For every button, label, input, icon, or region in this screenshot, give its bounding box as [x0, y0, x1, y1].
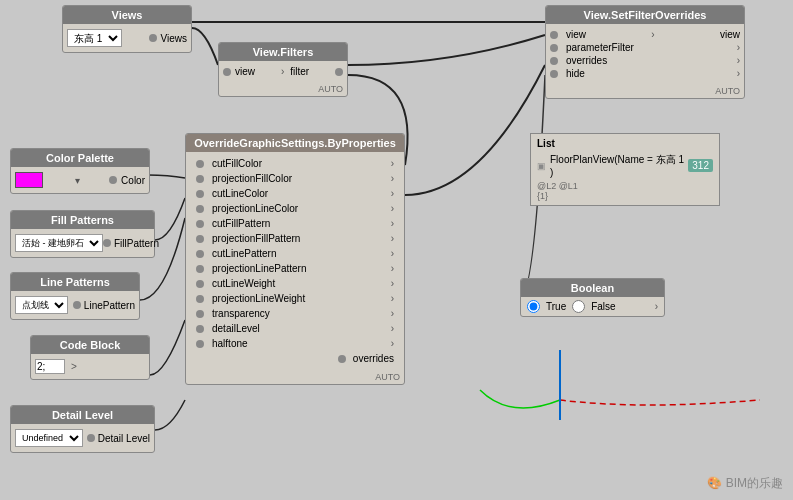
viewfilters-arrow: › [281, 66, 284, 77]
setfilter-hide-port [550, 70, 558, 78]
viewfilters-node: View.Filters view › filter AUTO [218, 42, 348, 97]
linepatterns-dropdown[interactable]: 点划线 [15, 296, 68, 314]
setfilter-hide-label: hide [566, 68, 585, 79]
fillpatterns-label: FillPattern [114, 238, 159, 249]
boolean-header: Boolean [521, 279, 664, 297]
boolean-false-radio[interactable] [572, 300, 585, 313]
list-index2: {1} [537, 191, 713, 201]
views-header: Views [63, 6, 191, 24]
override-row-projfillcolor: projectionFillColor › [190, 171, 400, 186]
override-row-detaillevel: detailLevel › [190, 321, 400, 336]
views-dropdown[interactable]: 东高 1 [67, 29, 122, 47]
boolean-node: Boolean True False › [520, 278, 665, 317]
color-swatch[interactable] [15, 172, 43, 188]
linepatterns-header: Line Patterns [11, 273, 139, 291]
codeblock-node: Code Block > [30, 335, 150, 380]
override-row-cutlinepattern: cutLinePattern › [190, 246, 400, 261]
list-index: ▣ [537, 161, 546, 171]
boolean-true-label: True [546, 301, 566, 312]
viewfilters-footer: AUTO [219, 82, 347, 96]
fillpatterns-port-right [103, 239, 111, 247]
override-row-cutfillcolor: cutFillColor › [190, 156, 400, 171]
detaillevel-dropdown[interactable]: Undefined [15, 429, 83, 447]
setfilter-node: View.SetFilterOverrides view › view para… [545, 5, 745, 99]
setfilter-overrides-port [550, 57, 558, 65]
fillpatterns-dropdown[interactable]: 活始 - 建地卵石 [15, 234, 103, 252]
setfilter-footer: AUTO [546, 84, 744, 98]
list-count: 312 [688, 159, 713, 172]
viewfilters-view-label: view [235, 66, 255, 77]
fillpatterns-node: Fill Patterns 活始 - 建地卵石 FillPattern [10, 210, 155, 258]
list-index1: @L2 @L1 [537, 181, 713, 191]
fillpatterns-header: Fill Patterns [11, 211, 154, 229]
colorpalette-label: Color [121, 175, 145, 186]
linepatterns-node: Line Patterns 点划线 LinePattern [10, 272, 140, 320]
override-output-label: overrides [190, 351, 400, 366]
viewfilters-port-right [335, 68, 343, 76]
list-item-text: FloorPlanView(Name = 东高 1 ) [550, 153, 688, 178]
linepatterns-label: LinePattern [84, 300, 135, 311]
watermark-icon: 🎨 [707, 476, 722, 490]
setfilter-paramfilter-port [550, 44, 558, 52]
viewfilters-header: View.Filters [219, 43, 347, 61]
list-box: List ▣ FloorPlanView(Name = 东高 1 ) 312 @… [530, 133, 720, 206]
override-row-projlinepattern: projectionLinePattern › [190, 261, 400, 276]
detaillevel-label: Detail Level [98, 433, 150, 444]
setfilter-view-port [550, 31, 558, 39]
watermark: 🎨 BIM的乐趣 [707, 475, 783, 492]
colorpalette-node: Color Palette ▾ Color [10, 148, 150, 194]
list-item-row: ▣ FloorPlanView(Name = 东高 1 ) 312 [537, 152, 713, 179]
views-port-right [149, 34, 157, 42]
override-row-projfillpattern: projectionFillPattern › [190, 231, 400, 246]
override-output-port [338, 355, 346, 363]
setfilter-view-right: view [720, 29, 740, 40]
colorpalette-header: Color Palette [11, 149, 149, 167]
override-row-cutfillpattern: cutFillPattern › [190, 216, 400, 231]
views-node: Views 东高 1 Views [62, 5, 192, 53]
override-row-transparency: transparency › [190, 306, 400, 321]
codeblock-input[interactable] [35, 359, 65, 374]
override-footer: AUTO [186, 370, 404, 384]
boolean-radio-row: True False › [521, 297, 664, 316]
override-row-halftone: halftone › [190, 336, 400, 351]
boolean-true-radio[interactable] [527, 300, 540, 313]
viewfilters-port-left [223, 68, 231, 76]
colorpalette-port-right [109, 176, 117, 184]
list-label: List [537, 138, 713, 149]
detaillevel-port-right [87, 434, 95, 442]
setfilter-header: View.SetFilterOverrides [546, 6, 744, 24]
override-row-cutlineweight: cutLineWeight › [190, 276, 400, 291]
setfilter-view-label: view [566, 29, 586, 40]
override-row-cutlinecolor: cutLineColor › [190, 186, 400, 201]
detaillevel-header: Detail Level [11, 406, 154, 424]
detaillevel-node: Detail Level Undefined Detail Level [10, 405, 155, 453]
override-header: OverrideGraphicSettings.ByProperties [186, 134, 404, 152]
setfilter-paramfilter-label: parameterFilter [566, 42, 634, 53]
setfilter-overrides-label: overrides [566, 55, 607, 66]
override-row-projlineweight: projectionLineWeight › [190, 291, 400, 306]
views-port-label: Views [161, 33, 188, 44]
watermark-text: BIM的乐趣 [726, 476, 783, 490]
codeblock-header: Code Block [31, 336, 149, 354]
viewfilters-filter-label: filter [290, 66, 309, 77]
override-main-node: OverrideGraphicSettings.ByProperties cut… [185, 133, 405, 385]
override-row-projlinecolor: projectionLineColor › [190, 201, 400, 216]
linepatterns-port-right [73, 301, 81, 309]
boolean-false-label: False [591, 301, 615, 312]
